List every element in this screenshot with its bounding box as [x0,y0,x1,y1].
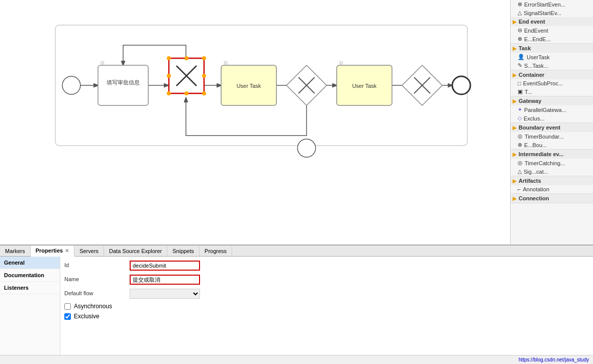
svg-point-21 [184,91,188,95]
nav-listeners[interactable]: Listeners [0,282,60,294]
error-start-icon: ⊗ [518,1,522,8]
svg-text:User Task: User Task [237,83,261,89]
id-row: Id [64,261,589,271]
left-nav: General Documentation Listeners [0,257,60,355]
nav-documentation[interactable]: Documentation [0,269,60,282]
intermediate-event-header[interactable]: ▶ Intermediate ev... [511,150,593,159]
nav-general[interactable]: General [0,257,60,269]
svg-point-8 [298,139,316,157]
exclusive-label: Exclusive [74,313,100,320]
svg-point-16 [167,91,171,95]
exclusive-gateway-item[interactable]: ◇ Exclus... [511,114,593,123]
sub-proc-item[interactable]: ▣ T... [511,87,593,96]
task-header[interactable]: ▶ Task [511,44,593,53]
exclusive-checkbox[interactable] [64,313,71,320]
tab-data-source[interactable]: Data Source Explorer [104,246,167,256]
error-boundary-icon: ⊗ [518,142,522,148]
svg-text:⊟: ⊟ [339,60,343,65]
exclusive-gateway-icon: ◇ [518,115,522,122]
error-start-event-item[interactable]: ⊗ ErrorStartEven... [511,0,593,9]
timer-catching-item[interactable]: ◎ TimerCatching... [511,159,593,167]
user-task-item[interactable]: 👤 UserTask [511,53,593,61]
artifacts-header[interactable]: ▶ Artifacts [511,176,593,185]
artifacts-section: ▶ Artifacts ⌐ Annotation [511,176,593,194]
svg-point-15 [202,56,206,60]
container-header[interactable]: ▶ Container [511,70,593,79]
folder-icon: ▶ [513,19,517,25]
annotation-item[interactable]: ⌐ Annotation [511,185,593,193]
user-task-icon: 👤 [518,54,525,60]
folder-icon-container: ▶ [513,72,517,78]
event-sub-proc-item[interactable]: □ EventSubProc... [511,79,593,87]
tab-snippets[interactable]: Snippets [167,246,200,256]
status-url: https://blog.csdn.net/java_study [519,357,589,362]
default-flow-label: Default flow [64,289,130,296]
script-task-item[interactable]: ✎ S...Task... [511,61,593,70]
name-input[interactable] [130,275,200,285]
timer-boundary-item[interactable]: ◎ TimerBoundar... [511,132,593,141]
default-flow-value [130,289,589,299]
bpmn-diagram: ⊟ 填写审批信息 ⊟ User Task [30,10,510,221]
default-flow-select[interactable] [130,289,200,299]
tab-servers[interactable]: Servers [74,246,104,256]
svg-text:填写审批信息: 填写审批信息 [106,79,140,85]
svg-text:User Task: User Task [352,83,377,89]
async-label: Asynchronous [74,303,112,310]
gateway-header[interactable]: ▶ Gateway [511,96,593,105]
tab-bar: Markers Properties ✕ Servers Data Source… [0,246,593,257]
folder-icon-connection: ▶ [513,196,517,201]
name-label: Name [64,275,130,282]
parallel-gateway-item[interactable]: ✦ ParallelGatewa... [511,105,593,114]
sub-proc-icon: ▣ [518,88,523,95]
svg-text:⊟: ⊟ [224,60,228,65]
svg-point-36 [452,76,470,94]
name-row: Name [64,275,589,285]
id-input[interactable] [130,261,200,271]
svg-text:⊟: ⊟ [101,60,105,65]
timer-catching-icon: ◎ [518,160,523,166]
right-panel: ⊗ ErrorStartEven... △ SignalStartEv... ▶… [510,0,593,245]
tab-markers[interactable]: Markers [0,246,31,256]
bottom-content: General Documentation Listeners Id Name [0,257,593,355]
signal-start-event-item[interactable]: △ SignalStartEv... [511,9,593,17]
name-value [130,275,589,285]
annotation-icon: ⌐ [518,186,521,192]
intermediate-event-section: ▶ Intermediate ev... ◎ TimerCatching... … [511,150,593,176]
async-checkbox[interactable] [64,303,71,310]
bpmn-canvas[interactable]: ⊟ 填写审批信息 ⊟ User Task [0,0,510,245]
folder-icon-task: ▶ [513,46,517,51]
error-boundary-item[interactable]: ⊗ E...Bou... [511,141,593,149]
connection-section: ▶ Connection [511,194,593,203]
end-event-header[interactable]: ▶ End event [511,17,593,26]
id-label: Id [64,261,130,268]
end-event-extra-item[interactable]: ⊕ E...EndE... [511,35,593,43]
task-section: ▶ Task 👤 UserTask ✎ S...Task... [511,44,593,70]
folder-icon-boundary: ▶ [513,125,517,131]
signal-catching-icon: △ [518,168,522,175]
end-event-item[interactable]: ⊖ EndEvent [511,26,593,35]
svg-point-20 [184,56,188,60]
end-event-icon: ⊖ [518,27,522,34]
status-bar: https://blog.csdn.net/java_study [0,355,593,364]
id-value [130,261,589,271]
svg-point-19 [202,74,206,78]
end-event-section: ▶ End event ⊖ EndEvent ⊕ E...EndE... [511,17,593,44]
svg-point-9 [62,76,80,94]
boundary-event-section: ▶ Boundary event ◎ TimerBoundar... ⊗ E..… [511,123,593,150]
folder-icon-artifacts: ▶ [513,178,517,184]
bottom-panel: Markers Properties ✕ Servers Data Source… [0,245,593,355]
tab-progress[interactable]: Progress [200,246,232,256]
folder-icon-intermediate: ▶ [513,152,517,157]
svg-rect-10 [98,65,148,105]
tab-close-icon[interactable]: ✕ [65,248,69,254]
tab-properties[interactable]: Properties ✕ [31,246,74,257]
folder-icon-gateway: ▶ [513,98,517,104]
timer-boundary-icon: ◎ [518,133,523,140]
signal-catching-item[interactable]: △ Sig...cat... [511,167,593,176]
async-row: Asynchronous [64,303,589,310]
exclusive-row: Exclusive [64,313,589,320]
boundary-event-header[interactable]: ▶ Boundary event [511,123,593,132]
connection-header[interactable]: ▶ Connection [511,194,593,203]
gateway-section: ▶ Gateway ✦ ParallelGatewa... ◇ Exclus..… [511,96,593,123]
script-task-icon: ✎ [518,62,522,69]
